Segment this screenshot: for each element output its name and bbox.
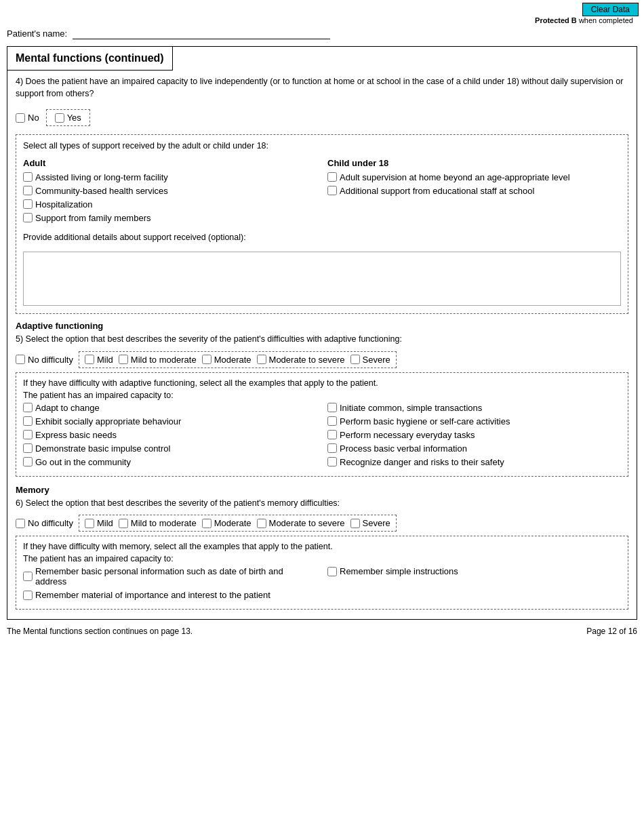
adaptive-impaired-capacity-text: The patient has an impaired capacity to: <box>23 391 621 400</box>
memory-moderate[interactable] <box>202 519 212 528</box>
patient-name-input[interactable] <box>73 28 330 39</box>
section-title-bar: Mental functions (continued) <box>7 47 173 71</box>
support-types-box: Select all types of support received by … <box>16 134 628 314</box>
q4-no-checkbox[interactable] <box>16 113 25 123</box>
adaptive-left-label-3: Demonstrate basic impulse control <box>35 443 170 454</box>
q4-text: 4) Does the patient have an impaired cap… <box>16 76 628 100</box>
adaptive-right-label-4: Recognize danger and risks to their safe… <box>340 457 504 467</box>
memory-moderate-severe-label: Moderate to severe <box>269 518 345 528</box>
adaptive-left-label-0: Adapt to change <box>35 403 100 413</box>
main-container: Mental functions (continued) 4) Does the… <box>7 46 637 620</box>
child-option-label-1: Additional support from educational staf… <box>340 186 534 196</box>
q4-no-label: No <box>28 113 39 123</box>
adult-option-label-0: Assisted living or long-term facility <box>35 172 168 182</box>
adaptive-no-difficulty[interactable] <box>16 355 25 364</box>
footer-right: Page 12 of 16 <box>586 627 637 636</box>
adaptive-mild-moderate[interactable] <box>119 355 128 364</box>
adult-option-label-3: Support from family members <box>35 213 151 223</box>
adaptive-if-difficulty-text: If they have difficulty with adaptive fu… <box>23 378 621 388</box>
adaptive-right-2[interactable] <box>327 430 337 439</box>
section-title: Mental functions (continued) <box>16 52 164 64</box>
memory-severe[interactable] <box>350 519 360 528</box>
adaptive-mild[interactable] <box>85 355 94 364</box>
memory-left-1[interactable] <box>23 591 33 600</box>
adaptive-right-0[interactable] <box>327 403 337 412</box>
adult-option-1[interactable] <box>23 186 33 195</box>
patient-name-label: Patient's name: <box>7 28 67 39</box>
adaptive-severe-label: Severe <box>363 355 390 365</box>
adaptive-left-0[interactable] <box>23 403 33 412</box>
adaptive-right-4[interactable] <box>327 457 337 466</box>
adult-option-0[interactable] <box>23 172 33 182</box>
adaptive-left-1[interactable] <box>23 416 33 426</box>
q5-text: 5) Select the option that best describes… <box>16 334 628 346</box>
adaptive-right-label-2: Perform necessary everyday tasks <box>340 430 475 440</box>
q4-yes-checkbox[interactable] <box>55 113 64 123</box>
adaptive-left-2[interactable] <box>23 430 33 439</box>
q4-no-yes-row: No Yes <box>16 105 628 130</box>
adaptive-left-label-4: Go out in the community <box>35 457 131 467</box>
adaptive-mild-label: Mild <box>97 355 113 365</box>
memory-left-label-0: Remember basic personal information such… <box>35 566 317 587</box>
adaptive-left-label-1: Exhibit socially appropriate behaviour <box>35 416 181 426</box>
footer: The Mental functions section continues o… <box>0 622 644 640</box>
adaptive-left-3[interactable] <box>23 443 33 453</box>
memory-mild-moderate[interactable] <box>119 519 128 528</box>
adult-option-3[interactable] <box>23 213 33 222</box>
memory-right-label-0: Remember simple instructions <box>340 566 458 576</box>
adult-option-label-2: Hospitalization <box>35 199 93 210</box>
adaptive-left-4[interactable] <box>23 457 33 466</box>
memory-no-difficulty[interactable] <box>16 519 25 528</box>
adaptive-right-label-3: Process basic verbal information <box>340 443 467 454</box>
adult-header: Adult <box>23 158 317 168</box>
adult-option-label-1: Community-based health services <box>35 186 168 196</box>
adaptive-right-label-0: Initiate common, simple transactions <box>340 403 482 413</box>
optional-label: Provide additional details about support… <box>23 232 621 244</box>
adaptive-right-label-1: Perform basic hygiene or self-care activ… <box>340 416 510 426</box>
adaptive-left-label-2: Express basic needs <box>35 430 117 440</box>
memory-mild-label: Mild <box>97 518 113 528</box>
child-option-1[interactable] <box>327 186 337 195</box>
adult-option-2[interactable] <box>23 199 33 209</box>
q6-text: 6) Select the option that best describes… <box>16 498 628 510</box>
footer-left: The Mental functions section continues o… <box>7 627 193 636</box>
memory-moderate-severe[interactable] <box>257 519 266 528</box>
adaptive-mild-moderate-label: Mild to moderate <box>131 355 197 365</box>
child-option-label-0: Adult supervision at home beyond an age-… <box>340 172 570 182</box>
adaptive-moderate-label: Moderate <box>214 355 251 365</box>
memory-left-0[interactable] <box>23 572 33 581</box>
adaptive-moderate[interactable] <box>202 355 212 364</box>
memory-left-label-1: Remember material of importance and inte… <box>35 590 270 600</box>
adaptive-right-1[interactable] <box>327 416 337 426</box>
memory-section-label: Memory <box>16 485 628 495</box>
adaptive-section-label: Adaptive functioning <box>16 321 628 331</box>
memory-impaired-capacity-text: The patient has an impaired capacity to: <box>23 554 621 563</box>
memory-right-0[interactable] <box>327 567 337 576</box>
adaptive-moderate-severe-label: Moderate to severe <box>269 355 345 365</box>
optional-details-textarea[interactable] <box>23 252 621 306</box>
clear-data-button[interactable]: Clear Data <box>582 3 639 16</box>
adaptive-moderate-severe[interactable] <box>257 355 266 364</box>
adaptive-severe[interactable] <box>350 355 360 364</box>
memory-severe-label: Severe <box>363 518 390 528</box>
memory-no-difficulty-label: No difficulty <box>28 518 73 528</box>
adaptive-right-3[interactable] <box>327 443 337 453</box>
memory-moderate-label: Moderate <box>214 518 251 528</box>
support-header: Select all types of support received by … <box>23 140 621 153</box>
child-option-0[interactable] <box>327 172 337 182</box>
memory-mild-moderate-label: Mild to moderate <box>131 518 197 528</box>
child-header: Child under 18 <box>327 158 621 168</box>
memory-if-difficulty-text: If they have difficulty with memory, sel… <box>23 542 621 551</box>
protected-label: Protected B when completed <box>535 16 639 26</box>
q4-yes-label: Yes <box>67 113 81 123</box>
memory-mild[interactable] <box>85 519 94 528</box>
adaptive-no-difficulty-label: No difficulty <box>28 355 73 365</box>
